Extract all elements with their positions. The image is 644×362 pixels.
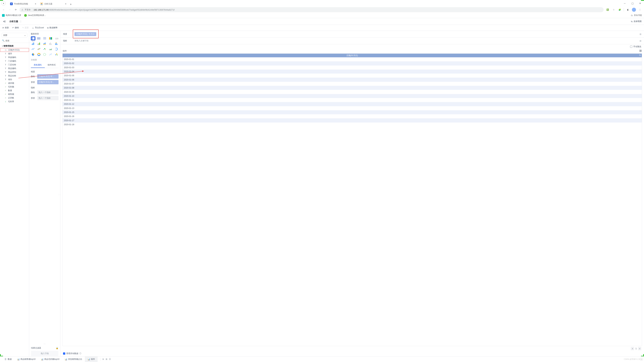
tab-title: FineBI商业智能 — [14, 2, 34, 5]
toolbar-icons: 🈯 ☆ 🧩 ◧ ⋮ — [605, 7, 643, 12]
bookmark-label: 电商618数据大屏 — [6, 14, 21, 17]
tab-search-button[interactable]: ▾ — [1, 1, 6, 5]
extensions-icon[interactable]: 🧩 — [617, 7, 622, 12]
bookmark-icon — [24, 14, 27, 17]
undo-icon: ↶ — [12, 27, 14, 29]
kebab-menu-icon[interactable]: ⋮ — [637, 7, 643, 12]
url-text: 192.168.171.80:8080/finebi/decision/v5/c… — [34, 8, 174, 11]
nav-forward[interactable]: → — [8, 7, 12, 12]
translate-icon[interactable]: 🈯 — [605, 7, 610, 12]
redo-icon: ↷ — [22, 27, 24, 29]
insecure-label: 不安全 — [25, 8, 31, 11]
insecure-icon: ⚠ — [22, 8, 23, 11]
tab-close-icon[interactable]: × — [65, 2, 66, 5]
nav-reload[interactable]: ⟳ — [14, 7, 18, 12]
sidepanel-icon[interactable]: ◧ — [625, 7, 630, 12]
all-bookmarks-button[interactable]: 🗀 所有书签 — [631, 14, 642, 17]
explain-button[interactable]: ⧉ 数据解释 — [47, 26, 58, 29]
explain-icon: ⧉ — [47, 27, 49, 29]
bookmark-label: Java互联网架构课... — [28, 14, 46, 17]
browser-titlebar: ▾ F FineBI商业智能 × 分析主题 × + ─ ▢ ✕ — [0, 0, 644, 7]
browser-tab[interactable]: F FineBI商业智能 × — [8, 1, 38, 7]
browser-tabs: F FineBI商业智能 × 分析主题 × + — [7, 0, 621, 7]
undo-button[interactable]: ↶ 撤销 — [12, 26, 19, 29]
browser-address-bar: ← → ⟳ ⚠ 不安全 192.168.171.80:8080/finebi/d… — [0, 7, 644, 13]
window-maximize[interactable]: ▢ — [628, 0, 636, 7]
window-minimize[interactable]: ─ — [621, 0, 628, 7]
bookmarks-bar: 电商618数据大屏 Java互联网架构课... 🗀 所有书签 — [0, 13, 644, 18]
nav-back[interactable]: ← — [1, 7, 6, 12]
lineage-button[interactable]: ⇆ 血缘视图 — [631, 20, 642, 23]
omnibox[interactable]: ⚠ 不安全 192.168.171.80:8080/finebi/decisio… — [20, 7, 604, 12]
export-icon: ⭳ — [32, 27, 34, 29]
favicon-chart — [40, 2, 43, 5]
bookmark-icon — [2, 14, 5, 17]
lineage-icon: ⇆ — [631, 20, 632, 23]
favicon-finebi: F — [10, 2, 13, 5]
redo-button[interactable]: ↷ 还原 — [22, 26, 29, 29]
export-button[interactable]: ⭳ 导出Excel — [32, 26, 44, 29]
tab-title: 分析主题 — [44, 2, 64, 5]
bookmark-star-icon[interactable]: ☆ — [611, 7, 616, 12]
refresh-icon: ⟳ — [2, 27, 4, 29]
svg-rect-0 — [5, 21, 5, 22]
lineage-label: 血缘视图 — [634, 20, 642, 23]
refresh-button[interactable]: ⟳ 刷新 — [2, 26, 9, 29]
back-button[interactable] — [2, 19, 6, 23]
profile-avatar[interactable] — [631, 7, 636, 12]
window-close[interactable]: ✕ — [636, 0, 644, 7]
window-controls: ─ ▢ ✕ — [621, 0, 644, 7]
bookmark-item[interactable]: 电商618数据大屏 — [2, 14, 21, 17]
more-icon[interactable]: ⋮ — [20, 20, 22, 23]
tab-close-icon[interactable]: × — [35, 2, 36, 5]
all-bookmarks-label: 所有书签 — [634, 14, 642, 17]
app-header: 分析主题 ⋮ ⇆ 血缘视图 — [0, 18, 644, 25]
new-tab-button[interactable]: + — [68, 2, 73, 7]
page-title: 分析主题 — [10, 20, 18, 23]
app-toolbar: ⟳ 刷新 ↶ 撤销 ↷ 还原 ⭳ 导出Excel ⧉ 数据解释 — [0, 25, 644, 31]
browser-tab[interactable]: 分析主题 × — [38, 1, 68, 7]
bookmark-item[interactable]: Java互联网架构课... — [24, 14, 46, 17]
folder-icon: 🗀 — [631, 14, 633, 16]
